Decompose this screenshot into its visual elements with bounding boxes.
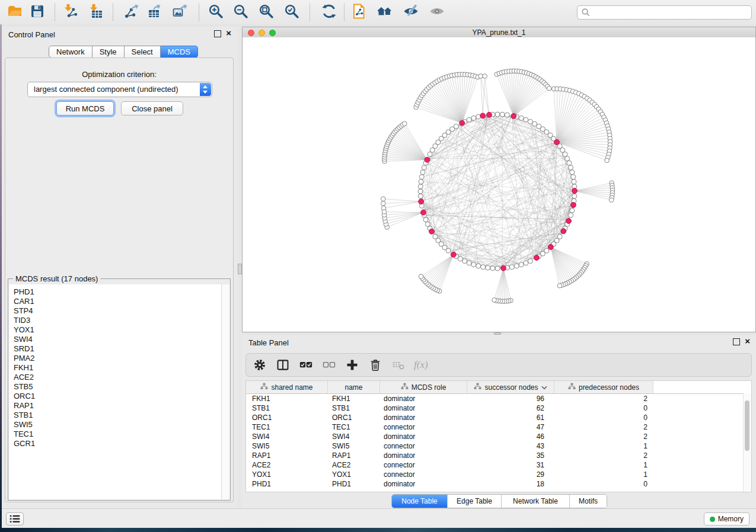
- column-header-name[interactable]: name: [328, 381, 380, 393]
- tab-edge-table[interactable]: Edge Table: [448, 495, 502, 508]
- float-window-icon[interactable]: [214, 30, 221, 37]
- function-builder-icon[interactable]: f(x): [414, 359, 428, 371]
- deselect-all-icon[interactable]: [321, 357, 337, 373]
- splitter-grip[interactable]: [238, 264, 242, 274]
- zoom-fit-icon[interactable]: [257, 3, 275, 21]
- table-row[interactable]: STB1STB1dominator620: [246, 403, 751, 413]
- mcds-result-list: PHD1CAR1STP4TID3YOX1SWI4SRD1PMA2FKH1ACE2…: [9, 284, 222, 499]
- cell-name: YOX1: [328, 470, 380, 479]
- mcds-result-item[interactable]: TID3: [9, 316, 222, 325]
- mcds-result-item[interactable]: PMA2: [9, 354, 222, 363]
- open-file-icon[interactable]: [6, 3, 24, 21]
- vertical-splitter[interactable]: [237, 27, 242, 508]
- search-input[interactable]: [593, 7, 749, 18]
- tab-style[interactable]: Style: [92, 46, 125, 58]
- column-header-MCDS-role[interactable]: MCDS role: [380, 381, 467, 393]
- export-table-icon[interactable]: [144, 3, 162, 21]
- mcds-result-item[interactable]: SRD1: [9, 344, 222, 354]
- network-view-window: YPA_prune.txt_1: [242, 27, 756, 332]
- show-columns-icon[interactable]: [275, 357, 291, 373]
- mcds-result-item[interactable]: ACE2: [9, 373, 222, 382]
- table-row[interactable]: ACE2ACE2connector311: [246, 460, 751, 470]
- column-label: name: [344, 383, 362, 392]
- show-all-icon[interactable]: [428, 3, 446, 21]
- table-row[interactable]: RAP1RAP1dominator352: [246, 451, 751, 460]
- float-window-icon[interactable]: [733, 338, 740, 345]
- cell-shared-name: SWI5: [246, 441, 328, 451]
- close-panel-icon[interactable]: ×: [745, 338, 750, 344]
- toolbar-separator: [113, 4, 113, 21]
- optimization-criterion-select[interactable]: largest connected component (undirected): [27, 82, 212, 97]
- toolbar-separator: [199, 4, 199, 21]
- cell-predecessor-nodes: 0: [554, 413, 653, 422]
- search-icon: [582, 8, 590, 17]
- table-row[interactable]: PHD1PHD1dominator180: [246, 479, 751, 489]
- cell-MCDS-role: dominator: [380, 479, 467, 489]
- run-mcds-button[interactable]: Run MCDS: [56, 101, 114, 116]
- cell-successor-nodes: 47: [467, 422, 554, 432]
- mcds-result-item[interactable]: ORC1: [9, 392, 222, 401]
- first-neighbors-icon[interactable]: [376, 3, 394, 21]
- mcds-result-item[interactable]: STB1: [9, 411, 222, 420]
- refresh-icon[interactable]: [320, 3, 338, 21]
- import-table-from-file-icon[interactable]: [87, 3, 105, 21]
- mcds-result-item[interactable]: STB5: [9, 382, 222, 392]
- table-row[interactable]: TEC1TEC1connector472: [246, 422, 751, 432]
- mcds-result-item[interactable]: FKH1: [9, 363, 222, 373]
- cell-shared-name: STB1: [246, 403, 328, 413]
- mcds-result-item[interactable]: TEC1: [9, 430, 222, 439]
- column-header-successor-nodes[interactable]: successor nodes: [467, 381, 554, 393]
- mcds-result-scrollbar[interactable]: [221, 284, 229, 499]
- search-field: [577, 5, 752, 20]
- table-row[interactable]: YOX1YOX1connector291: [246, 470, 751, 479]
- mcds-result-item[interactable]: YOX1: [9, 325, 222, 335]
- cell-MCDS-role: connector: [380, 422, 467, 432]
- table-row[interactable]: ORC1ORC1dominator610: [246, 413, 751, 422]
- mcds-result-item[interactable]: STP4: [9, 306, 222, 316]
- close-panel-icon[interactable]: ×: [226, 30, 231, 36]
- mcds-result-item[interactable]: SWI5: [9, 420, 222, 430]
- scrollbar-thumb[interactable]: [745, 400, 749, 451]
- save-session-icon[interactable]: [28, 3, 46, 21]
- attributes-gear-icon[interactable]: [252, 357, 267, 373]
- tab-select[interactable]: Select: [125, 46, 161, 58]
- zoom-out-icon[interactable]: [232, 3, 250, 21]
- cell-successor-nodes: 62: [467, 403, 554, 413]
- network-window-titlebar[interactable]: YPA_prune.txt_1: [243, 27, 755, 38]
- export-network-icon[interactable]: [122, 3, 140, 21]
- mcds-result-item[interactable]: GCR1: [9, 439, 222, 448]
- network-canvas[interactable]: [243, 37, 755, 332]
- mcds-result-item[interactable]: SWI4: [9, 335, 222, 344]
- delete-rows-icon[interactable]: [368, 357, 383, 373]
- cell-predecessor-nodes: 2: [554, 422, 653, 432]
- memory-button[interactable]: Memory: [704, 512, 749, 525]
- add-row-icon[interactable]: [344, 357, 360, 373]
- cell-shared-name: FKH1: [246, 394, 328, 403]
- table-scrollbar[interactable]: [743, 393, 751, 492]
- mcds-result-item[interactable]: RAP1: [9, 401, 222, 411]
- close-panel-button[interactable]: Close panel: [121, 101, 183, 116]
- tab-mcds[interactable]: MCDS: [161, 46, 198, 58]
- import-network-from-file-icon[interactable]: [62, 3, 79, 21]
- clone-network-icon[interactable]: [350, 3, 368, 21]
- tab-node-table[interactable]: Node Table: [392, 495, 448, 508]
- cell-predecessor-nodes: 2: [554, 432, 653, 441]
- hide-selected-icon[interactable]: [402, 3, 420, 21]
- column-header-shared-name[interactable]: shared name: [246, 381, 328, 393]
- cell-predecessor-nodes: 2: [554, 451, 653, 460]
- column-header-predecessor-nodes[interactable]: predecessor nodes: [554, 381, 653, 393]
- export-image-icon[interactable]: [171, 3, 189, 21]
- mcds-result-item[interactable]: CAR1: [9, 297, 222, 306]
- tab-network[interactable]: Network: [49, 46, 92, 58]
- table-row[interactable]: SWI4SWI4dominator462: [246, 432, 751, 441]
- zoom-in-icon[interactable]: [207, 3, 225, 21]
- select-all-icon[interactable]: [298, 357, 314, 373]
- tab-motifs[interactable]: Motifs: [570, 495, 607, 508]
- table-row[interactable]: FKH1FKH1dominator962: [246, 394, 751, 403]
- cell-shared-name: TEC1: [246, 422, 328, 432]
- zoom-selected-icon[interactable]: [283, 3, 301, 21]
- task-history-button[interactable]: [6, 512, 24, 525]
- table-row[interactable]: SWI5SWI5connector431: [246, 441, 751, 451]
- mcds-result-item[interactable]: PHD1: [9, 287, 222, 297]
- tab-network-table[interactable]: Network Table: [502, 495, 570, 508]
